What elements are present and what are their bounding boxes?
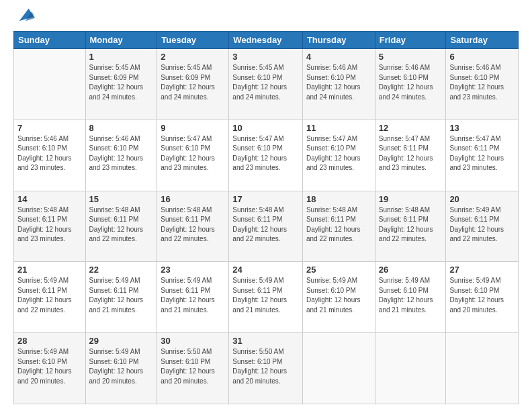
day-info: Sunrise: 5:46 AM Sunset: 6:10 PM Dayligh… bbox=[89, 135, 144, 172]
day-number: 29 bbox=[89, 336, 154, 346]
calendar-cell: 16Sunrise: 5:48 AM Sunset: 6:11 PM Dayli… bbox=[157, 191, 229, 262]
calendar-cell: 30Sunrise: 5:50 AM Sunset: 6:10 PM Dayli… bbox=[157, 333, 229, 404]
calendar-cell: 13Sunrise: 5:47 AM Sunset: 6:11 PM Dayli… bbox=[446, 120, 519, 191]
calendar-cell bbox=[446, 333, 519, 404]
logo-text bbox=[13, 11, 35, 24]
col-header-thursday: Thursday bbox=[302, 32, 375, 49]
header-row: SundayMondayTuesdayWednesdayThursdayFrid… bbox=[14, 32, 519, 49]
day-info: Sunrise: 5:49 AM Sunset: 6:11 PM Dayligh… bbox=[89, 277, 144, 314]
calendar-cell bbox=[375, 333, 446, 404]
day-info: Sunrise: 5:47 AM Sunset: 6:10 PM Dayligh… bbox=[232, 135, 287, 172]
col-header-tuesday: Tuesday bbox=[157, 32, 229, 49]
col-header-saturday: Saturday bbox=[446, 32, 519, 49]
calendar-cell bbox=[14, 49, 86, 120]
day-info: Sunrise: 5:49 AM Sunset: 6:10 PM Dayligh… bbox=[89, 348, 144, 385]
day-number: 2 bbox=[161, 52, 225, 62]
day-info: Sunrise: 5:49 AM Sunset: 6:10 PM Dayligh… bbox=[379, 277, 433, 314]
day-info: Sunrise: 5:48 AM Sunset: 6:11 PM Dayligh… bbox=[306, 206, 361, 243]
calendar-cell: 6Sunrise: 5:46 AM Sunset: 6:10 PM Daylig… bbox=[446, 49, 519, 120]
week-row-4: 21Sunrise: 5:49 AM Sunset: 6:11 PM Dayli… bbox=[14, 262, 519, 333]
day-number: 6 bbox=[449, 52, 515, 62]
day-info: Sunrise: 5:45 AM Sunset: 6:10 PM Dayligh… bbox=[232, 64, 287, 101]
day-info: Sunrise: 5:47 AM Sunset: 6:10 PM Dayligh… bbox=[161, 135, 215, 172]
calendar-cell: 7Sunrise: 5:46 AM Sunset: 6:10 PM Daylig… bbox=[14, 120, 86, 191]
day-info: Sunrise: 5:50 AM Sunset: 6:10 PM Dayligh… bbox=[232, 348, 287, 385]
day-number: 15 bbox=[89, 194, 154, 204]
day-number: 16 bbox=[161, 194, 225, 204]
day-number: 13 bbox=[449, 123, 515, 133]
calendar-cell: 11Sunrise: 5:47 AM Sunset: 6:10 PM Dayli… bbox=[302, 120, 375, 191]
day-info: Sunrise: 5:46 AM Sunset: 6:10 PM Dayligh… bbox=[306, 64, 361, 101]
calendar-cell: 25Sunrise: 5:49 AM Sunset: 6:10 PM Dayli… bbox=[302, 262, 375, 333]
day-info: Sunrise: 5:49 AM Sunset: 6:10 PM Dayligh… bbox=[306, 277, 361, 314]
day-number: 22 bbox=[89, 265, 154, 275]
day-number: 12 bbox=[379, 123, 443, 133]
day-number: 27 bbox=[449, 265, 515, 275]
day-info: Sunrise: 5:46 AM Sunset: 6:10 PM Dayligh… bbox=[379, 64, 433, 101]
day-number: 5 bbox=[379, 52, 443, 62]
calendar-cell: 29Sunrise: 5:49 AM Sunset: 6:10 PM Dayli… bbox=[85, 333, 157, 404]
calendar-cell: 26Sunrise: 5:49 AM Sunset: 6:10 PM Dayli… bbox=[375, 262, 446, 333]
day-number: 3 bbox=[232, 52, 299, 62]
day-number: 19 bbox=[379, 194, 443, 204]
calendar-cell: 15Sunrise: 5:48 AM Sunset: 6:11 PM Dayli… bbox=[85, 191, 157, 262]
calendar-cell: 31Sunrise: 5:50 AM Sunset: 6:10 PM Dayli… bbox=[229, 333, 303, 404]
calendar-cell: 18Sunrise: 5:48 AM Sunset: 6:11 PM Dayli… bbox=[302, 191, 375, 262]
calendar-cell: 2Sunrise: 5:45 AM Sunset: 6:09 PM Daylig… bbox=[157, 49, 229, 120]
week-row-2: 7Sunrise: 5:46 AM Sunset: 6:10 PM Daylig… bbox=[14, 120, 519, 191]
day-info: Sunrise: 5:49 AM Sunset: 6:11 PM Dayligh… bbox=[17, 277, 72, 314]
day-number: 14 bbox=[17, 194, 82, 204]
calendar-cell: 19Sunrise: 5:48 AM Sunset: 6:11 PM Dayli… bbox=[375, 191, 446, 262]
day-info: Sunrise: 5:45 AM Sunset: 6:09 PM Dayligh… bbox=[89, 64, 144, 101]
day-number: 7 bbox=[17, 123, 82, 133]
day-number: 11 bbox=[306, 123, 371, 133]
page: SundayMondayTuesdayWednesdayThursdayFrid… bbox=[0, 0, 532, 411]
calendar-cell bbox=[302, 333, 375, 404]
col-header-sunday: Sunday bbox=[14, 32, 86, 49]
col-header-wednesday: Wednesday bbox=[229, 32, 303, 49]
day-number: 30 bbox=[161, 336, 225, 346]
calendar-cell: 17Sunrise: 5:48 AM Sunset: 6:11 PM Dayli… bbox=[229, 191, 303, 262]
calendar-cell: 28Sunrise: 5:49 AM Sunset: 6:10 PM Dayli… bbox=[14, 333, 86, 404]
calendar-table: SundayMondayTuesdayWednesdayThursdayFrid… bbox=[13, 31, 519, 404]
calendar-cell: 1Sunrise: 5:45 AM Sunset: 6:09 PM Daylig… bbox=[85, 49, 157, 120]
day-number: 23 bbox=[161, 265, 225, 275]
day-info: Sunrise: 5:47 AM Sunset: 6:10 PM Dayligh… bbox=[306, 135, 361, 172]
day-number: 10 bbox=[232, 123, 299, 133]
day-info: Sunrise: 5:50 AM Sunset: 6:10 PM Dayligh… bbox=[161, 348, 215, 385]
day-number: 28 bbox=[17, 336, 82, 346]
calendar-cell: 4Sunrise: 5:46 AM Sunset: 6:10 PM Daylig… bbox=[302, 49, 375, 120]
day-info: Sunrise: 5:47 AM Sunset: 6:11 PM Dayligh… bbox=[449, 135, 504, 172]
logo-icon bbox=[16, 5, 35, 24]
calendar-cell: 27Sunrise: 5:49 AM Sunset: 6:10 PM Dayli… bbox=[446, 262, 519, 333]
day-number: 18 bbox=[306, 194, 371, 204]
logo-area bbox=[13, 11, 35, 24]
day-info: Sunrise: 5:49 AM Sunset: 6:11 PM Dayligh… bbox=[232, 277, 287, 314]
calendar-cell: 10Sunrise: 5:47 AM Sunset: 6:10 PM Dayli… bbox=[229, 120, 303, 191]
header bbox=[13, 11, 519, 24]
calendar-cell: 22Sunrise: 5:49 AM Sunset: 6:11 PM Dayli… bbox=[85, 262, 157, 333]
calendar-cell: 3Sunrise: 5:45 AM Sunset: 6:10 PM Daylig… bbox=[229, 49, 303, 120]
day-info: Sunrise: 5:48 AM Sunset: 6:11 PM Dayligh… bbox=[379, 206, 433, 243]
day-number: 1 bbox=[89, 52, 154, 62]
day-info: Sunrise: 5:48 AM Sunset: 6:11 PM Dayligh… bbox=[161, 206, 215, 243]
week-row-1: 1Sunrise: 5:45 AM Sunset: 6:09 PM Daylig… bbox=[14, 49, 519, 120]
day-number: 31 bbox=[232, 336, 299, 346]
day-info: Sunrise: 5:47 AM Sunset: 6:11 PM Dayligh… bbox=[379, 135, 433, 172]
day-number: 26 bbox=[379, 265, 443, 275]
day-info: Sunrise: 5:49 AM Sunset: 6:11 PM Dayligh… bbox=[161, 277, 215, 314]
day-number: 24 bbox=[232, 265, 299, 275]
day-info: Sunrise: 5:48 AM Sunset: 6:11 PM Dayligh… bbox=[89, 206, 144, 243]
calendar-cell: 21Sunrise: 5:49 AM Sunset: 6:11 PM Dayli… bbox=[14, 262, 86, 333]
calendar-cell: 8Sunrise: 5:46 AM Sunset: 6:10 PM Daylig… bbox=[85, 120, 157, 191]
calendar-cell: 20Sunrise: 5:49 AM Sunset: 6:11 PM Dayli… bbox=[446, 191, 519, 262]
week-row-5: 28Sunrise: 5:49 AM Sunset: 6:10 PM Dayli… bbox=[14, 333, 519, 404]
day-info: Sunrise: 5:49 AM Sunset: 6:10 PM Dayligh… bbox=[449, 277, 504, 314]
day-number: 9 bbox=[161, 123, 225, 133]
calendar-cell: 9Sunrise: 5:47 AM Sunset: 6:10 PM Daylig… bbox=[157, 120, 229, 191]
day-number: 21 bbox=[17, 265, 82, 275]
calendar-cell: 14Sunrise: 5:48 AM Sunset: 6:11 PM Dayli… bbox=[14, 191, 86, 262]
day-number: 20 bbox=[449, 194, 515, 204]
day-number: 8 bbox=[89, 123, 154, 133]
day-number: 17 bbox=[232, 194, 299, 204]
